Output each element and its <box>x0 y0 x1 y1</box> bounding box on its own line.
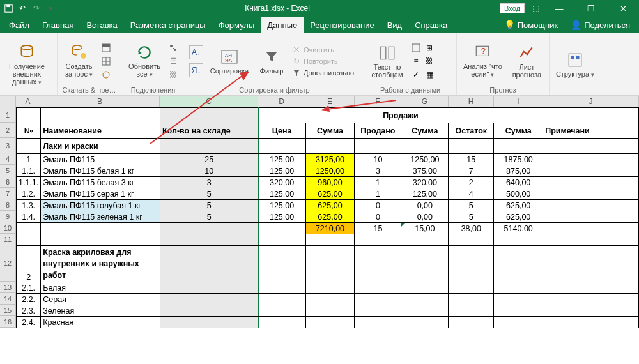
cell[interactable] <box>258 317 305 328</box>
cell-sum1[interactable]: 3125,00 <box>305 154 355 165</box>
cell-sum1[interactable]: 625,00 <box>305 188 355 200</box>
cell[interactable] <box>41 108 160 123</box>
cell[interactable]: 1.4. <box>17 211 41 223</box>
hdr-sum1[interactable]: Сумма <box>305 123 355 139</box>
tab-page-layout[interactable]: Разметка страницы <box>124 17 212 33</box>
cell[interactable]: 375,00 <box>401 165 449 177</box>
structure-button[interactable]: Структура ▾ <box>553 51 597 79</box>
edit-links-icon[interactable]: ⛓ <box>167 69 179 80</box>
cell[interactable]: 625,00 <box>494 200 543 211</box>
cell[interactable] <box>401 234 449 246</box>
cell[interactable]: 3 <box>355 165 401 177</box>
new-query-button[interactable]: Создать запрос ▾ <box>61 43 96 79</box>
row-header-3[interactable]: 3 <box>0 138 16 153</box>
cell[interactable] <box>401 246 449 282</box>
tab-data[interactable]: Данные <box>261 17 304 33</box>
share-button[interactable]: 👤Поделиться <box>564 17 636 33</box>
cell[interactable] <box>494 234 543 246</box>
row-header-12[interactable]: 12 <box>0 245 16 282</box>
qat-customize-icon[interactable]: ▾ <box>46 4 55 13</box>
cell[interactable] <box>449 294 494 305</box>
tab-home[interactable]: Главная <box>36 17 80 33</box>
cell[interactable] <box>449 139 494 154</box>
ribbon-options-icon[interactable]: ⬚ <box>532 4 539 13</box>
cell[interactable]: 4 <box>449 188 494 200</box>
column-header-F[interactable]: F <box>355 96 401 107</box>
cell[interactable] <box>494 246 543 282</box>
row-header-16[interactable]: 16 <box>0 316 16 328</box>
cell-name[interactable]: Эмаль ПФ115 <box>41 154 160 165</box>
data-validation-icon[interactable]: ✓ <box>410 69 422 80</box>
cell[interactable]: 5 <box>449 200 494 211</box>
cell[interactable]: 125,00 <box>258 154 305 165</box>
cell-name[interactable]: Эмаль ПФ115 серая 1 кг <box>41 188 160 200</box>
sort-asc-icon[interactable]: A↓ <box>189 45 203 59</box>
cell[interactable] <box>258 282 305 294</box>
cell[interactable] <box>160 294 258 305</box>
row-header-7[interactable]: 7 <box>0 188 16 199</box>
cell[interactable] <box>160 305 258 317</box>
tab-view[interactable]: Вид <box>381 17 409 33</box>
row-header-9[interactable]: 9 <box>0 211 16 222</box>
cell[interactable]: 2.2. <box>17 294 41 305</box>
cell[interactable]: 2.4. <box>17 317 41 328</box>
cell[interactable] <box>355 139 401 154</box>
cell[interactable] <box>494 317 543 328</box>
cell[interactable] <box>160 223 258 234</box>
consolidate-icon[interactable]: ⊞ <box>424 42 435 54</box>
hdr-sum3[interactable]: Сумма <box>494 123 543 139</box>
cell[interactable] <box>258 139 305 154</box>
tell-me[interactable]: 💡Помощник <box>498 17 565 33</box>
cell[interactable] <box>258 223 305 234</box>
cell-sum1[interactable]: 1250,00 <box>305 165 355 177</box>
cell[interactable]: 38,00 <box>449 223 494 234</box>
sort-desc-icon[interactable]: Я↓ <box>189 63 203 77</box>
cell[interactable]: 5140,00 <box>494 223 543 234</box>
cell[interactable]: 2.3. <box>17 305 41 317</box>
cell[interactable] <box>305 294 355 305</box>
cell[interactable] <box>543 234 639 246</box>
cell[interactable] <box>401 282 449 294</box>
hdr-name[interactable]: Наименование <box>41 123 160 139</box>
cell-stock[interactable]: 5 <box>160 200 258 211</box>
undo-icon[interactable]: ↶ <box>18 4 27 13</box>
cell[interactable]: 640,00 <box>494 177 543 188</box>
cell[interactable]: 7 <box>449 165 494 177</box>
column-header-D[interactable]: D <box>258 96 305 107</box>
cell[interactable] <box>543 305 639 317</box>
hdr-price[interactable]: Цена <box>258 123 305 139</box>
get-external-data-button[interactable]: Получение внешних данных ▾ <box>4 43 50 86</box>
filter-button[interactable]: Фильтр <box>256 48 288 75</box>
cell[interactable] <box>401 305 449 317</box>
login-button[interactable]: Вход <box>500 3 525 13</box>
cell-stock[interactable]: 25 <box>160 154 258 165</box>
cell[interactable]: 500,00 <box>494 188 543 200</box>
category1[interactable]: Лаки и краски <box>41 139 160 154</box>
tab-insert[interactable]: Вставка <box>80 17 123 33</box>
connections-icon[interactable] <box>167 42 179 54</box>
cell-stock[interactable]: 5 <box>160 188 258 200</box>
cell[interactable] <box>449 246 494 282</box>
row-header-1[interactable]: 1 <box>0 107 16 123</box>
cell-name[interactable]: Эмаль ПФ115 зеленая 1 кг <box>41 211 160 223</box>
cell[interactable]: 125,00 <box>258 200 305 211</box>
cell[interactable] <box>494 305 543 317</box>
properties-icon[interactable]: ☰ <box>167 56 179 67</box>
redo-icon[interactable]: ↷ <box>32 4 41 13</box>
tab-file[interactable]: Файл <box>3 17 36 33</box>
cell[interactable] <box>17 139 41 154</box>
cat2-num[interactable]: 2 <box>17 246 41 282</box>
minimize-button[interactable]: — <box>547 2 571 15</box>
cell[interactable] <box>160 317 258 328</box>
from-table-icon[interactable] <box>100 56 112 67</box>
cell-sum1[interactable]: 625,00 <box>305 200 355 211</box>
cell-name[interactable]: Эмаль ПФ115 белая 3 кг <box>41 177 160 188</box>
row-header-2[interactable]: 2 <box>0 123 16 138</box>
cell[interactable] <box>355 234 401 246</box>
cell-name[interactable]: Эмаль ПФ115 голубая 1 кг <box>41 200 160 211</box>
cell[interactable] <box>355 246 401 282</box>
total-sum1[interactable]: 7210,00 <box>305 223 355 234</box>
cell[interactable] <box>160 139 258 154</box>
cell[interactable]: 1.2. <box>17 188 41 200</box>
cell[interactable] <box>355 294 401 305</box>
